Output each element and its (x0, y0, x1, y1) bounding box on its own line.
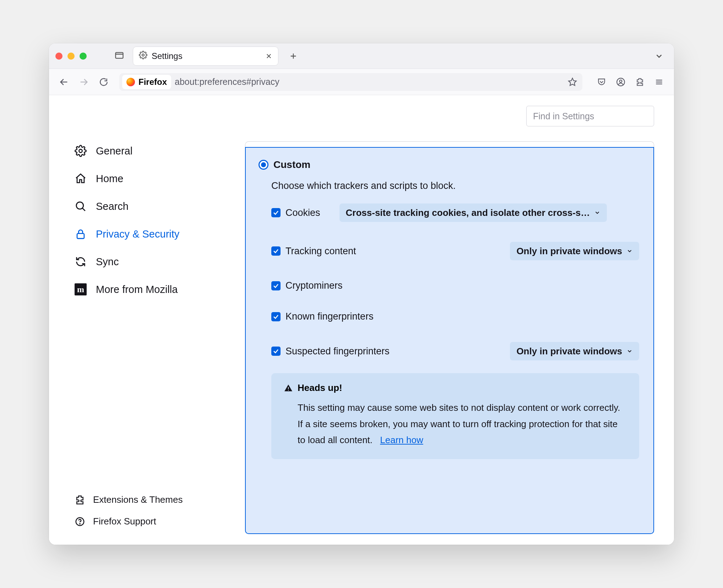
svg-point-2 (142, 54, 144, 56)
svg-point-10 (617, 78, 625, 86)
sidebar-item-label: Firefox Support (93, 516, 156, 527)
known-fp-checkbox[interactable] (271, 312, 281, 321)
browser-window: Settings Firefox about:prefe (49, 43, 674, 545)
tracking-label: Tracking content (286, 246, 356, 257)
headsup-text: This setting may cause some web sites to… (298, 402, 620, 445)
list-all-tabs-button[interactable] (651, 48, 668, 65)
mozilla-icon: m (75, 283, 87, 295)
panel-top-edge (245, 141, 654, 147)
sidebar-item-search[interactable]: Search (75, 200, 241, 212)
reload-button[interactable] (95, 74, 112, 91)
window-controls (55, 53, 87, 60)
sidebar-item-label: More from Mozilla (96, 284, 178, 295)
panel-title: Custom (273, 159, 310, 170)
tab-overview-icon[interactable] (114, 50, 124, 62)
settings-search-input[interactable] (526, 106, 654, 126)
sidebar-item-privacy[interactable]: Privacy & Security (75, 228, 241, 240)
panel-description: Choose which trackers and scripts to blo… (271, 180, 639, 191)
cryptominers-checkbox[interactable] (271, 281, 281, 290)
sidebar-firefox-support[interactable]: Firefox Support (75, 516, 183, 527)
minimize-window-button[interactable] (67, 53, 75, 60)
sidebar-item-label: Search (96, 201, 129, 212)
sync-icon (75, 256, 87, 268)
sidebar-extensions-themes[interactable]: Extensions & Themes (75, 494, 183, 505)
settings-content: General Home Search Privacy & Security S… (49, 95, 674, 545)
learn-how-link[interactable]: Learn how (380, 435, 423, 445)
titlebar-spacer (87, 50, 133, 62)
sidebar-item-label: Home (96, 173, 123, 185)
navbar: Firefox about:preferences#privacy (49, 69, 674, 95)
help-icon (75, 516, 85, 527)
svg-marker-9 (569, 78, 576, 86)
select-value: Cross-site tracking cookies, and isolate… (346, 207, 590, 218)
svg-point-20 (80, 523, 80, 524)
puzzle-icon (75, 495, 85, 505)
option-suspected-fingerprinters: Suspected fingerprinters Only in private… (271, 342, 639, 360)
url-text: about:preferences#privacy (175, 77, 279, 87)
svg-line-17 (82, 208, 85, 211)
headsup-box: Heads up! This setting may cause some we… (271, 373, 639, 459)
svg-rect-21 (288, 387, 289, 389)
sidebar-item-general[interactable]: General (75, 145, 241, 157)
url-bar[interactable]: Firefox about:preferences#privacy (119, 73, 582, 91)
extensions-button[interactable] (631, 74, 648, 91)
chevron-down-icon (626, 348, 633, 354)
gear-icon (139, 51, 147, 61)
select-value: Only in private windows (516, 346, 622, 357)
close-window-button[interactable] (55, 53, 62, 60)
svg-rect-18 (77, 234, 84, 239)
option-cryptominers: Cryptominers (271, 280, 639, 291)
new-tab-button[interactable] (285, 48, 302, 65)
account-button[interactable] (612, 74, 629, 91)
lock-icon (75, 228, 87, 240)
suspected-fp-select[interactable]: Only in private windows (510, 342, 639, 360)
close-tab-button[interactable] (265, 53, 272, 60)
svg-point-11 (620, 80, 622, 82)
tracking-select[interactable]: Only in private windows (510, 242, 639, 260)
option-known-fingerprinters: Known fingerprinters (271, 311, 639, 322)
svg-rect-0 (116, 52, 123, 58)
tab-title: Settings (152, 51, 183, 61)
svg-rect-22 (288, 390, 289, 391)
headsup-title: Heads up! (298, 382, 342, 393)
svg-point-15 (79, 149, 82, 152)
suspected-fp-checkbox[interactable] (271, 347, 281, 356)
pocket-button[interactable] (593, 74, 610, 91)
svg-point-16 (76, 202, 83, 209)
forward-button[interactable] (75, 74, 92, 91)
bookmark-star-button[interactable] (565, 75, 580, 89)
cryptominers-label: Cryptominers (286, 280, 343, 291)
identity-label: Firefox (138, 77, 167, 87)
cookies-select[interactable]: Cross-site tracking cookies, and isolate… (339, 203, 607, 222)
warning-icon (284, 384, 293, 392)
cookies-label: Cookies (286, 207, 320, 218)
back-button[interactable] (55, 74, 72, 91)
sidebar-item-label: Privacy & Security (96, 228, 179, 240)
cookies-checkbox[interactable] (271, 208, 281, 217)
tab-settings[interactable]: Settings (133, 47, 278, 66)
custom-radio[interactable] (259, 160, 268, 170)
app-menu-button[interactable] (651, 74, 668, 91)
identity-badge[interactable]: Firefox (122, 75, 171, 89)
sidebar-item-sync[interactable]: Sync (75, 256, 241, 268)
custom-tracking-panel: Custom Choose which trackers and scripts… (245, 147, 654, 534)
sidebar-item-home[interactable]: Home (75, 173, 241, 185)
chevron-down-icon (626, 248, 633, 254)
tracking-checkbox[interactable] (271, 246, 281, 256)
maximize-window-button[interactable] (80, 53, 87, 60)
search-icon (75, 200, 87, 212)
option-cookies: Cookies Cross-site tracking cookies, and… (271, 203, 639, 222)
chevron-down-icon (594, 209, 600, 216)
suspected-fp-label: Suspected fingerprinters (286, 346, 390, 357)
gear-icon (75, 145, 87, 157)
titlebar: Settings (49, 43, 674, 69)
sidebar-item-label: Sync (96, 256, 119, 268)
settings-main: Custom Choose which trackers and scripts… (241, 95, 674, 545)
sidebar-item-more-mozilla[interactable]: m More from Mozilla (75, 283, 241, 295)
settings-sidebar: General Home Search Privacy & Security S… (49, 95, 241, 545)
sidebar-item-label: Extensions & Themes (93, 494, 183, 505)
option-tracking-content: Tracking content Only in private windows (271, 242, 639, 260)
home-icon (75, 173, 87, 185)
sidebar-item-label: General (96, 145, 132, 157)
firefox-logo-icon (126, 78, 135, 86)
